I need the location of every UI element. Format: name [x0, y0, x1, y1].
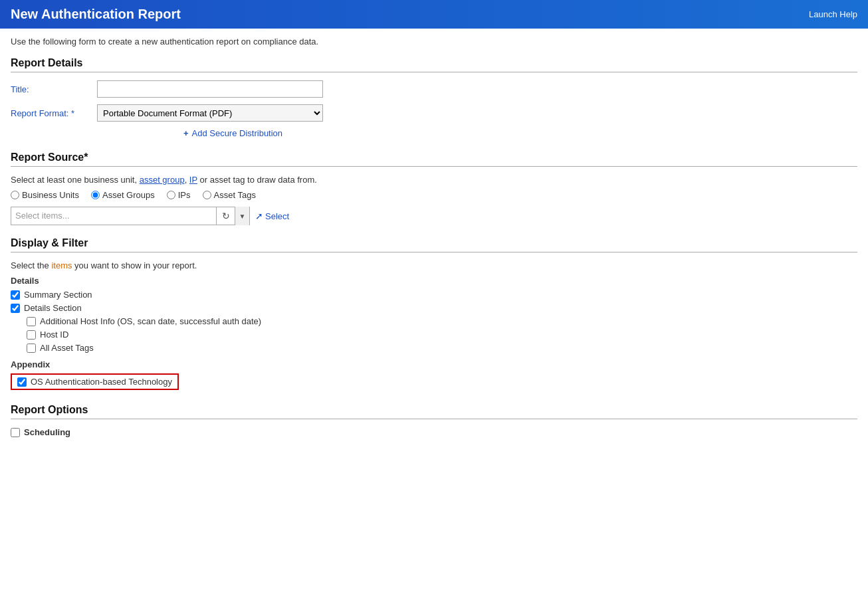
page-header: New Authentication Report Launch Help [0, 0, 868, 29]
launch-help-link[interactable]: Launch Help [809, 9, 857, 19]
radio-asset-groups-input[interactable] [91, 191, 100, 199]
radio-ips[interactable]: IPs [167, 190, 191, 200]
plus-icon: + [183, 128, 189, 138]
host-id-checkbox[interactable] [27, 330, 36, 340]
page-title: New Authentication Report [11, 7, 181, 22]
radio-business-units[interactable]: Business Units [11, 190, 79, 200]
title-label: Title: [11, 84, 97, 94]
additional-host-info-checkbox[interactable] [27, 317, 36, 326]
report-format-select[interactable]: Portable Document Format (PDF) HTML XML … [97, 104, 323, 122]
select-items-row: Select items... ↻ ▼ ➚ Select [11, 207, 857, 225]
report-source-heading: Report Source* [11, 151, 857, 163]
radio-asset-tags-input[interactable] [203, 191, 211, 199]
add-secure-distribution-row: + Add Secure Distribution [97, 128, 857, 138]
intro-text: Use the following form to create a new a… [11, 37, 857, 47]
details-section-checkbox[interactable] [11, 304, 20, 313]
report-source-description: Select at least one business unit, asset… [11, 175, 857, 185]
details-section-label: Details Section [24, 303, 82, 313]
radio-asset-tags[interactable]: Asset Tags [203, 190, 256, 200]
scheduling-checkbox[interactable] [11, 428, 20, 437]
scheduling-row: Scheduling [11, 427, 857, 437]
dropdown-arrow-button[interactable]: ▼ [235, 207, 249, 225]
all-asset-tags-checkbox-row: All Asset Tags [27, 343, 857, 353]
page-content: Use the following form to create a new a… [0, 29, 868, 445]
appendix-label: Appendix [11, 359, 857, 369]
radio-ips-input[interactable] [167, 191, 175, 199]
display-filter-section: Display & Filter Select the items you wa… [11, 237, 857, 393]
report-source-section: Report Source* Select at least one busin… [11, 151, 857, 225]
host-id-checkbox-row: Host ID [27, 330, 857, 340]
add-secure-distribution-link[interactable]: + Add Secure Distribution [183, 128, 282, 138]
items-highlight: items [51, 260, 72, 270]
report-options-heading: Report Options [11, 404, 857, 416]
os-auth-technology-checkbox-row: OS Authentication-based Technology [11, 373, 179, 390]
title-input[interactable] [97, 80, 323, 98]
details-section-checkbox-row: Details Section [11, 303, 857, 313]
display-filter-description: Select the items you want to show in you… [11, 260, 857, 270]
summary-section-label: Summary Section [24, 290, 92, 300]
summary-section-checkbox[interactable] [11, 290, 20, 300]
all-asset-tags-label: All Asset Tags [40, 343, 94, 353]
details-label: Details [11, 276, 857, 286]
display-filter-heading: Display & Filter [11, 237, 857, 249]
host-id-label: Host ID [40, 330, 68, 340]
report-options-section: Report Options Scheduling [11, 404, 857, 437]
select-items-wrapper: Select items... ↻ ▼ [11, 207, 250, 225]
os-auth-technology-label: OS Authentication-based Technology [31, 377, 172, 387]
report-format-label: Report Format: * [11, 108, 97, 118]
title-row: Title: [11, 80, 857, 98]
report-format-row: Report Format: * Portable Document Forma… [11, 104, 857, 122]
additional-host-info-label: Additional Host Info (OS, scan date, suc… [40, 316, 261, 326]
ip-link[interactable]: IP [189, 175, 197, 185]
report-details-divider [11, 72, 857, 72]
all-asset-tags-checkbox[interactable] [27, 344, 36, 353]
asset-group-link[interactable]: asset group [140, 175, 185, 185]
display-filter-divider [11, 252, 857, 252]
summary-section-checkbox-row: Summary Section [11, 290, 857, 300]
cursor-icon: ➚ [255, 211, 263, 221]
select-items-placeholder: Select items... [11, 207, 216, 225]
os-auth-technology-checkbox[interactable] [17, 377, 27, 387]
report-source-divider [11, 166, 857, 167]
report-details-heading: Report Details [11, 57, 857, 69]
report-details-section: Report Details Title: Report Format: * P… [11, 57, 857, 138]
additional-host-info-checkbox-row: Additional Host Info (OS, scan date, suc… [27, 316, 857, 326]
radio-business-units-input[interactable] [11, 191, 19, 199]
select-link[interactable]: ➚ Select [255, 211, 289, 221]
refresh-button[interactable]: ↻ [216, 207, 235, 225]
report-options-divider [11, 419, 857, 419]
radio-asset-groups[interactable]: Asset Groups [91, 190, 155, 200]
scheduling-label: Scheduling [24, 427, 70, 437]
source-radio-group: Business Units Asset Groups IPs Asset Ta… [11, 190, 857, 200]
